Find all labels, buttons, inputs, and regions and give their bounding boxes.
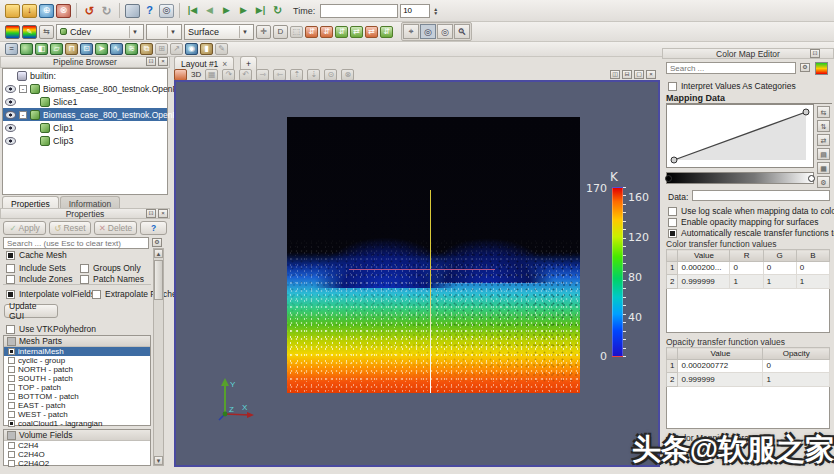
component-combo[interactable]: ▼ [146, 24, 182, 40]
opacity-transfer-table[interactable]: Value Opacity 1 0.000200772 0 2 0.999999… [666, 347, 830, 429]
table-row[interactable]: 2 0.999999 1 1 1 [667, 275, 830, 289]
volume-field-row[interactable]: C2H4 [4, 441, 150, 450]
log-scale-checkbox[interactable]: Use log scale when mapping data to color… [668, 206, 834, 216]
mesh-part-row[interactable]: internalMesh [4, 347, 150, 356]
checkbox-icon[interactable] [668, 229, 677, 238]
toggle-color-legend-icon[interactable] [5, 25, 20, 39]
auto-rescale-checkbox[interactable]: Automatically rescale transfer functions… [668, 228, 834, 238]
invert-transfer-functions-icon[interactable]: ⇄ [817, 134, 830, 146]
frame-spinner[interactable]: ▲▼ [433, 7, 438, 15]
col-header[interactable] [667, 348, 678, 360]
tristate-checkbox-icon[interactable] [7, 431, 16, 440]
rotate-camera-cw-icon[interactable]: ⇄ [365, 26, 378, 38]
pipeline-item-builtin[interactable]: builtin: [3, 69, 167, 82]
camera-2d-icon[interactable]: ◎ [420, 24, 436, 39]
checkbox-icon[interactable] [8, 357, 15, 364]
undo-icon[interactable]: ↺ [82, 4, 97, 18]
representation-combo[interactable]: Surface ▼ [184, 24, 254, 40]
maximize-view-icon[interactable]: ▢ [634, 70, 644, 79]
checkbox-icon[interactable] [80, 264, 89, 273]
render-view[interactable]: K 170 160 120 80 40 0 Y Z X [174, 80, 660, 467]
previous-frame-icon[interactable]: ◀ [202, 4, 217, 18]
save-to-preset-icon[interactable]: ▦ [817, 162, 830, 174]
slice-icon[interactable]: ▱ [50, 43, 63, 55]
rescale-to-data-icon[interactable]: ⇆ [817, 106, 830, 118]
color-array-combo[interactable]: Cdev ▼ [56, 24, 144, 40]
mesh-part-row[interactable]: coalCloud1 - lagrangian [4, 419, 150, 428]
mesh-part-row[interactable]: TOP - patch [4, 383, 150, 392]
checkbox-icon[interactable] [6, 325, 15, 334]
include-sets-checkbox[interactable]: Include Sets [6, 263, 66, 273]
float-panel-icon[interactable]: ⊡ [146, 57, 156, 66]
col-header[interactable] [667, 250, 678, 262]
gradient-node-icon[interactable] [665, 175, 672, 182]
include-zones-checkbox[interactable]: Include Zones [6, 274, 72, 284]
close-tab-icon[interactable]: × [222, 59, 227, 69]
search-options-gear-icon[interactable]: ⚙ [800, 63, 810, 72]
auto-apply-icon[interactable] [125, 4, 140, 18]
checkbox-icon[interactable] [80, 275, 89, 284]
reset-button[interactable]: ↺Reset [49, 221, 90, 235]
volume-fields-header[interactable]: Volume Fields [4, 430, 150, 441]
stream-tracer-icon[interactable]: ∿ [110, 43, 123, 55]
rotate-90-cw-icon[interactable]: ↷ [222, 69, 235, 81]
connect-icon[interactable]: ⊕ [39, 4, 54, 18]
calculator-icon[interactable]: = [5, 43, 18, 55]
minus-y-view-icon[interactable]: ⇣ [307, 69, 320, 81]
visibility-eye-icon[interactable] [5, 85, 16, 93]
probe-location-icon[interactable]: ◉ [185, 43, 198, 55]
rescale-visible-range-icon[interactable]: ⇵ [335, 26, 348, 38]
use-vtkpolyhedron-checkbox[interactable]: Use VTKPolyhedron [6, 324, 96, 334]
extrapolate-patches-checkbox[interactable]: Extrapolate Patches [92, 289, 181, 299]
glyph-icon[interactable]: ➤ [95, 43, 108, 55]
table-row[interactable]: 1 0.000200772 0 [667, 359, 830, 373]
float-panel-icon[interactable]: ⊡ [146, 209, 156, 218]
col-header-opacity[interactable]: Opacity [763, 348, 830, 360]
checkbox-icon[interactable] [668, 207, 677, 216]
clip-icon[interactable]: ◧ [35, 43, 48, 55]
threshold-icon[interactable]: ⊓ [65, 43, 78, 55]
rescale-to-data-range-icon[interactable]: ⇆ [39, 25, 54, 39]
close-panel-icon[interactable]: × [158, 57, 168, 66]
volume-field-row[interactable]: C2H4O [4, 450, 150, 459]
color-transfer-table[interactable]: Value R G B 1 0.000200... 0 0 0 2 0.9999… [666, 249, 830, 333]
col-header-b[interactable]: B [796, 250, 829, 262]
disconnect-icon[interactable]: ⊗ [56, 4, 71, 18]
pipeline-item-clip1[interactable]: Clip1 [3, 121, 167, 134]
scrollbar-thumb[interactable] [154, 260, 163, 300]
extract-subset-icon[interactable]: ⊡ [80, 43, 93, 55]
checkbox-icon[interactable] [8, 402, 15, 409]
checkbox-icon[interactable] [92, 290, 101, 299]
zoom-to-data-icon[interactable]: D [273, 25, 288, 39]
split-horizontal-icon[interactable]: ◫ [610, 70, 620, 79]
data-input[interactable] [692, 190, 830, 201]
gradient-node-icon[interactable] [808, 175, 815, 182]
enable-opacity-checkbox[interactable]: Enable opacity mapping for surfaces [668, 217, 819, 227]
rotate-camera-ccw-icon[interactable]: ⇵ [380, 26, 393, 38]
mesh-part-row[interactable]: EAST - patch [4, 401, 150, 410]
help-icon[interactable]: ? [142, 4, 157, 18]
pick-icon[interactable]: ◎ [159, 4, 174, 18]
frame-input[interactable] [400, 4, 430, 18]
loop-icon[interactable]: ↻ [270, 4, 285, 18]
checkbox-icon[interactable] [8, 384, 15, 391]
choose-preset-icon[interactable]: ▤ [817, 148, 830, 160]
table-row[interactable]: 2 0.999999 1 [667, 373, 830, 387]
mesh-parts-header[interactable]: Mesh Parts [4, 336, 150, 347]
visibility-eye-icon[interactable] [5, 111, 16, 119]
zoom-cursor-icon[interactable]: 🔍︎ [454, 24, 470, 39]
choose-colormap-icon[interactable] [815, 62, 828, 75]
visibility-eye-icon[interactable] [5, 98, 16, 106]
checkbox-icon[interactable] [8, 451, 15, 458]
checkbox-icon[interactable] [6, 275, 15, 284]
extract-level-icon[interactable]: ⊞ [155, 43, 168, 55]
mesh-part-row[interactable]: SOUTH - patch [4, 374, 150, 383]
collapse-expander-icon[interactable]: - [19, 111, 27, 119]
minus-x-view-icon[interactable]: ⇽ [273, 69, 286, 81]
checkbox-icon[interactable] [6, 290, 15, 299]
reset-camera-icon[interactable]: ✛ [256, 25, 271, 39]
delete-button[interactable]: ✕Delete [94, 221, 138, 235]
group-datasets-icon[interactable]: ⧉ [140, 43, 153, 55]
plus-z-view-icon[interactable]: ⊙ [324, 69, 337, 81]
col-header-r[interactable]: R [730, 250, 763, 262]
